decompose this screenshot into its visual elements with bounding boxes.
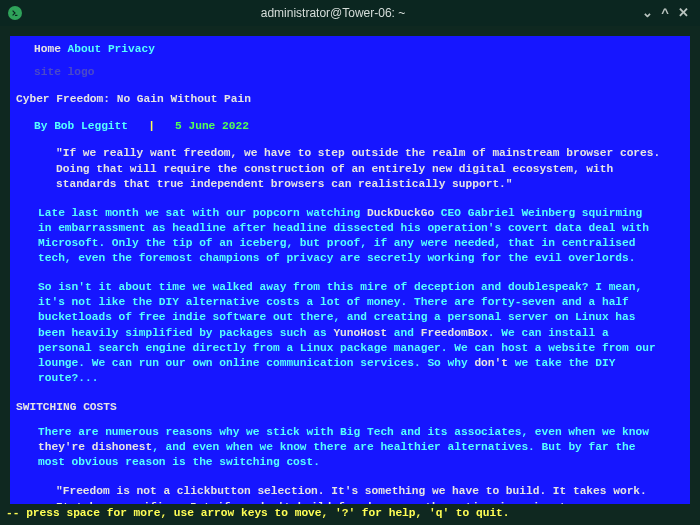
pager-statusbar: -- press space for more, use arrow keys …: [0, 504, 700, 525]
link-duckduckgo[interactable]: DuckDuckGo: [367, 207, 434, 219]
site-logo: site logo: [16, 65, 684, 80]
paragraph-2: So isn't it about time we walked away fr…: [16, 280, 684, 386]
window-menu-caret-icon[interactable]: ⌄: [638, 4, 656, 22]
nav-about[interactable]: About: [68, 43, 102, 55]
terminal-icon: [8, 6, 22, 20]
p1-text-a: Late last month we sat with our popcorn …: [38, 207, 367, 219]
paragraph-1: Late last month we sat with our popcorn …: [16, 206, 684, 266]
byline-sep: |: [148, 120, 155, 132]
close-button[interactable]: ✕: [674, 4, 692, 22]
link-dishonest[interactable]: they're dishonest: [38, 441, 152, 453]
pull-quote-1: "If we really want freedom, we have to s…: [16, 146, 684, 191]
window-title: administrator@Tower-06: ~: [28, 5, 638, 21]
pager-content[interactable]: Home About Privacy site logo Cyber Freed…: [10, 36, 690, 525]
link-freedombox[interactable]: FreedomBox: [421, 327, 488, 339]
nav-bar: Home About Privacy: [16, 42, 684, 57]
byline-author: By Bob Leggitt: [34, 120, 128, 132]
minimize-button[interactable]: ^: [656, 4, 674, 22]
section-heading-switching-costs: SWITCHING COSTS: [16, 400, 684, 415]
nav-privacy[interactable]: Privacy: [108, 43, 155, 55]
paragraph-3: There are numerous reasons why we stick …: [16, 425, 684, 470]
link-yunohost[interactable]: YunoHost: [333, 327, 387, 339]
terminal-viewport: Home About Privacy site logo Cyber Freed…: [0, 26, 700, 525]
byline-date: 5 June 2022: [175, 120, 249, 132]
p2-emph: don't: [474, 357, 508, 369]
window-titlebar: administrator@Tower-06: ~ ⌄ ^ ✕: [0, 0, 700, 26]
p2-text-mid: and: [387, 327, 421, 339]
nav-home[interactable]: Home: [34, 43, 61, 55]
p3-text-a: There are numerous reasons why we stick …: [38, 426, 649, 438]
byline: By Bob Leggitt | 5 June 2022: [16, 119, 684, 134]
article-title: Cyber Freedom: No Gain Without Pain: [16, 92, 684, 107]
